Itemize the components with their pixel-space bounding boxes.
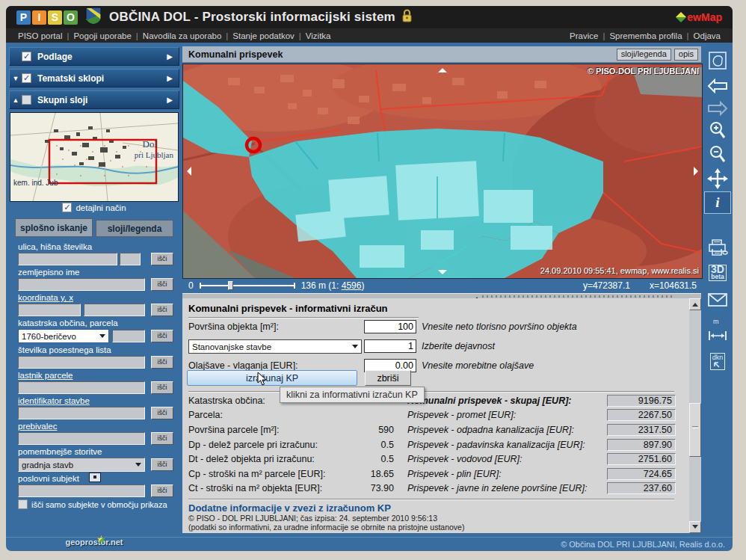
scrollbar-thumb[interactable] xyxy=(689,403,701,457)
panel-splitter[interactable] xyxy=(182,293,701,298)
tool-print[interactable] xyxy=(704,236,731,259)
result-row: Katastrska občina: Komunalni prispevek -… xyxy=(188,393,676,408)
tool-pan[interactable] xyxy=(704,167,731,190)
map-view[interactable]: © PISO-DOL PRI LJUBLJANI 24.09.2010 09:5… xyxy=(182,64,703,279)
ulica-input[interactable] xyxy=(18,253,117,265)
scale-link[interactable]: 4596 xyxy=(342,280,362,291)
accordion-skupni-sloji[interactable]: ▲ Skupni sloji ▶ xyxy=(9,90,179,109)
tool-measure[interactable]: m xyxy=(704,324,731,347)
expand-icon[interactable]: ▶ xyxy=(167,52,173,61)
dejavnost-select[interactable]: Stanovanjske stavbe xyxy=(188,339,362,354)
storitve-select[interactable]: gradnja stavb xyxy=(18,458,145,472)
menu-pogoji-uporabe[interactable]: Pogoji uporabe xyxy=(70,31,134,40)
subject-info-icon[interactable] xyxy=(89,473,101,482)
menu-navodila[interactable]: Navodila za uporabo xyxy=(140,31,225,40)
field-label-link[interactable]: lastnik parcele xyxy=(18,371,173,380)
menu-pravice[interactable]: Pravice xyxy=(567,31,601,40)
tool-view-3d[interactable]: 3Dbeta xyxy=(704,260,731,286)
isci-koordinata-button[interactable]: išči xyxy=(151,304,173,316)
panel-scrollbar[interactable] xyxy=(689,298,701,533)
menu-stanje-podatkov[interactable]: Stanje podatkov xyxy=(229,31,297,40)
field-poslovni-subjekt: poslovni subjekt išči xyxy=(18,473,173,497)
tab-splosno-iskanje[interactable]: splošno iskanje xyxy=(15,218,93,237)
povrsina-objekta-input[interactable] xyxy=(364,320,416,333)
calc-row-hint: Izberite dejavnost xyxy=(422,341,495,351)
lastnik-parcele-input[interactable] xyxy=(18,381,145,394)
menu-vizitka[interactable]: Vizitka xyxy=(303,31,334,40)
result-row: Površina parcele [m²]:590 Prispevek - od… xyxy=(188,422,676,437)
sloji-legenda-button[interactable]: sloji/legenda xyxy=(617,49,671,61)
accordion-label: Skupni sloji xyxy=(37,95,87,105)
tool-send-mail[interactable] xyxy=(704,289,731,311)
tool-next-view[interactable] xyxy=(704,97,731,120)
subject-area-checkbox[interactable] xyxy=(18,499,28,509)
pan-west-icon[interactable] xyxy=(182,167,191,176)
field-label-link[interactable]: prebivalec xyxy=(18,422,173,431)
dejavnost-faktor-input[interactable] xyxy=(364,339,416,353)
collapse-icon[interactable]: ▼ xyxy=(10,75,22,82)
poslovni-subjekt-input[interactable] xyxy=(18,484,145,497)
zoom-slider[interactable] xyxy=(200,281,295,290)
field-label-link[interactable]: koordinata y, x xyxy=(18,293,173,302)
tematski-checkbox[interactable]: ✓ xyxy=(22,73,31,83)
isci-identifikator-button[interactable]: išči xyxy=(151,407,173,419)
isci-prebivalec-button[interactable]: išči xyxy=(151,432,173,445)
pan-north-icon[interactable] xyxy=(438,64,447,73)
koordinata-x-input[interactable] xyxy=(84,304,145,316)
collapse-icon[interactable]: ▲ xyxy=(10,96,22,104)
identifikator-stavbe-input[interactable] xyxy=(18,407,145,419)
field-koordinata: koordinata y, x išči xyxy=(18,293,173,316)
scroll-down-button[interactable] xyxy=(689,521,701,533)
result-row: Ct - stroški na m² objekta [EUR]:73.90 P… xyxy=(188,481,676,496)
field-label: pomembnejše storitve xyxy=(18,447,173,456)
isci-storitve-button[interactable]: išči xyxy=(151,458,173,471)
podlage-checkbox[interactable]: ✓ xyxy=(22,52,31,61)
zbrisi-button[interactable]: zbriši xyxy=(365,370,411,386)
tool-previous-view[interactable] xyxy=(704,75,731,97)
field-label-link[interactable]: identifikator stavbe xyxy=(18,396,173,405)
isci-lastnik-button[interactable]: išči xyxy=(151,381,173,394)
result-value-box: 2317.50 xyxy=(607,424,676,436)
more-info-link[interactable]: Dodatne informacije v zvezi z izračunom … xyxy=(188,502,391,514)
isci-posestni-button[interactable]: išči xyxy=(151,356,173,369)
accordion-tematski-sklopi[interactable]: ▼ ✓ Tematski sklopi ▶ xyxy=(9,69,179,87)
accordion-podlage[interactable]: ✓ Podlage ▶ xyxy=(9,47,179,66)
isci-subjekt-button[interactable]: išči xyxy=(151,484,173,497)
posestni-list-input[interactable] xyxy=(18,356,145,369)
tool-initial-view[interactable] xyxy=(704,49,731,72)
opis-button[interactable]: opis xyxy=(674,49,698,61)
isci-parcela-button[interactable]: išči xyxy=(151,330,173,342)
tab-sloji-legenda[interactable]: sloji/legenda xyxy=(96,220,173,237)
field-label: številka posestnega lista xyxy=(18,345,173,354)
koordinata-y-input[interactable] xyxy=(18,304,81,316)
hisna-stevilka-input[interactable] xyxy=(120,253,141,265)
coordinate-y: y=472387.1 xyxy=(583,280,630,291)
field-label: poslovni subjekt xyxy=(18,473,173,483)
isci-zemljepisno-button[interactable]: išči xyxy=(151,278,173,291)
zoom-slider-thumb[interactable] xyxy=(228,281,233,290)
field-pomembnejse-storitve: pomembnejše storitve gradnja stavb išči xyxy=(18,447,173,472)
parcela-input[interactable] xyxy=(112,330,145,342)
prebivalec-input[interactable] xyxy=(18,432,145,445)
tool-dkn[interactable]: dkn xyxy=(704,350,731,372)
zemljepisno-ime-input[interactable] xyxy=(18,278,145,291)
ewmap-logo: ewMap xyxy=(677,11,722,23)
pan-east-icon[interactable] xyxy=(694,167,703,176)
expand-icon[interactable]: ▶ xyxy=(167,74,173,82)
menu-sprememba-profila[interactable]: Sprememba profila xyxy=(606,31,685,40)
skupni-checkbox[interactable] xyxy=(22,95,31,105)
tool-zoom-out[interactable] xyxy=(704,144,731,166)
detail-mode-checkbox[interactable]: ✓ xyxy=(62,203,72,212)
splitter-grip[interactable] xyxy=(482,295,673,298)
isci-ulica-button[interactable]: išči xyxy=(151,253,173,265)
menu-piso-portal[interactable]: PISO portal xyxy=(15,31,65,40)
menu-separator: | xyxy=(135,31,140,40)
tool-zoom-in[interactable] xyxy=(704,120,731,142)
scroll-up-button[interactable] xyxy=(689,298,701,310)
izracunaj-kp-button[interactable]: izračunaj KP xyxy=(187,370,357,386)
overview-minimap[interactable]: Dol pri Ljubljan kem. ind. Jub xyxy=(10,112,179,202)
tool-info[interactable]: i xyxy=(704,191,731,214)
menu-odjava[interactable]: Odjava xyxy=(691,31,724,40)
expand-icon[interactable]: ▶ xyxy=(167,96,173,104)
katastrska-obcina-select[interactable]: 1760-beričevo xyxy=(18,329,109,343)
